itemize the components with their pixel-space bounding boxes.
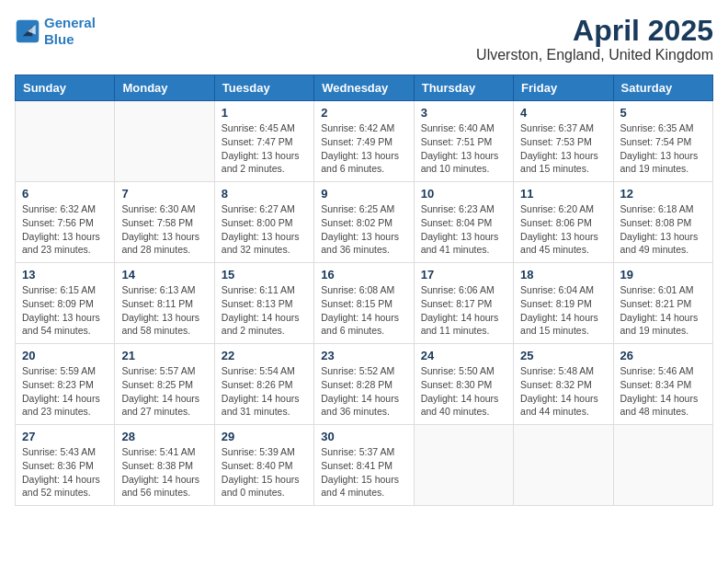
page-header: General Blue April 2025 Ulverston, Engla…	[15, 15, 713, 63]
day-number: 4	[520, 106, 606, 120]
day-number: 10	[421, 187, 506, 201]
day-number: 12	[620, 187, 706, 201]
day-number: 19	[620, 268, 706, 282]
day-info: Sunrise: 6:30 AM Sunset: 7:58 PM Dayligh…	[121, 202, 207, 257]
day-info: Sunrise: 5:41 AM Sunset: 8:38 PM Dayligh…	[121, 445, 207, 500]
day-info: Sunrise: 6:13 AM Sunset: 8:11 PM Dayligh…	[121, 283, 207, 338]
day-info: Sunrise: 6:45 AM Sunset: 7:47 PM Dayligh…	[222, 121, 307, 176]
day-info: Sunrise: 6:08 AM Sunset: 8:15 PM Dayligh…	[321, 283, 406, 338]
day-info: Sunrise: 6:11 AM Sunset: 8:13 PM Dayligh…	[222, 283, 307, 338]
day-number: 25	[520, 349, 606, 362]
day-number: 18	[520, 268, 606, 282]
week-row-2: 6Sunrise: 6:32 AM Sunset: 7:56 PM Daylig…	[16, 182, 713, 263]
calendar-cell: 6Sunrise: 6:32 AM Sunset: 7:56 PM Daylig…	[16, 182, 115, 263]
day-number: 9	[321, 187, 406, 201]
day-info: Sunrise: 6:18 AM Sunset: 8:08 PM Dayligh…	[620, 202, 706, 257]
day-info: Sunrise: 5:52 AM Sunset: 8:28 PM Dayligh…	[321, 364, 406, 419]
col-sunday: Sunday	[16, 75, 115, 101]
day-info: Sunrise: 6:32 AM Sunset: 7:56 PM Dayligh…	[22, 202, 108, 257]
calendar-cell: 9Sunrise: 6:25 AM Sunset: 8:02 PM Daylig…	[314, 182, 414, 263]
day-info: Sunrise: 5:59 AM Sunset: 8:23 PM Dayligh…	[22, 364, 108, 419]
calendar-cell	[16, 101, 115, 182]
day-info: Sunrise: 5:54 AM Sunset: 8:26 PM Dayligh…	[222, 364, 307, 419]
calendar-cell: 1Sunrise: 6:45 AM Sunset: 7:47 PM Daylig…	[214, 101, 313, 182]
calendar-header-row: Sunday Monday Tuesday Wednesday Thursday…	[16, 75, 713, 101]
logo-line1: General	[44, 15, 96, 30]
day-info: Sunrise: 6:04 AM Sunset: 8:19 PM Dayligh…	[520, 283, 606, 338]
day-number: 30	[321, 430, 406, 443]
day-number: 17	[421, 268, 506, 282]
day-number: 26	[620, 349, 706, 362]
day-info: Sunrise: 6:01 AM Sunset: 8:21 PM Dayligh…	[620, 283, 706, 338]
calendar-table: Sunday Monday Tuesday Wednesday Thursday…	[15, 75, 713, 506]
calendar-cell: 28Sunrise: 5:41 AM Sunset: 8:38 PM Dayli…	[115, 425, 214, 506]
logo-icon	[15, 18, 40, 44]
calendar-cell: 5Sunrise: 6:35 AM Sunset: 7:54 PM Daylig…	[613, 101, 712, 182]
day-info: Sunrise: 6:42 AM Sunset: 7:49 PM Dayligh…	[321, 121, 406, 176]
title-block: April 2025 Ulverston, England, United Ki…	[476, 15, 713, 63]
day-info: Sunrise: 6:35 AM Sunset: 7:54 PM Dayligh…	[620, 121, 706, 176]
calendar-cell	[115, 101, 214, 182]
day-info: Sunrise: 5:37 AM Sunset: 8:41 PM Dayligh…	[321, 445, 406, 500]
day-info: Sunrise: 6:27 AM Sunset: 8:00 PM Dayligh…	[222, 202, 307, 257]
calendar-cell: 2Sunrise: 6:42 AM Sunset: 7:49 PM Daylig…	[314, 101, 414, 182]
calendar-cell: 23Sunrise: 5:52 AM Sunset: 8:28 PM Dayli…	[314, 344, 414, 425]
logo-line2: Blue	[44, 31, 74, 47]
calendar-cell: 10Sunrise: 6:23 AM Sunset: 8:04 PM Dayli…	[414, 182, 513, 263]
day-info: Sunrise: 5:43 AM Sunset: 8:36 PM Dayligh…	[22, 445, 108, 500]
calendar-cell: 29Sunrise: 5:39 AM Sunset: 8:40 PM Dayli…	[214, 425, 313, 506]
calendar-cell: 19Sunrise: 6:01 AM Sunset: 8:21 PM Dayli…	[613, 263, 712, 344]
day-number: 3	[421, 106, 506, 120]
col-wednesday: Wednesday	[314, 75, 414, 101]
month-year-title: April 2025	[476, 15, 713, 47]
calendar-cell: 21Sunrise: 5:57 AM Sunset: 8:25 PM Dayli…	[115, 344, 214, 425]
week-row-4: 20Sunrise: 5:59 AM Sunset: 8:23 PM Dayli…	[16, 344, 713, 425]
calendar-cell: 24Sunrise: 5:50 AM Sunset: 8:30 PM Dayli…	[414, 344, 513, 425]
day-number: 5	[620, 106, 706, 120]
location-subtitle: Ulverston, England, United Kingdom	[476, 47, 713, 63]
day-info: Sunrise: 5:46 AM Sunset: 8:34 PM Dayligh…	[620, 364, 706, 419]
day-number: 13	[22, 268, 108, 282]
calendar-cell: 4Sunrise: 6:37 AM Sunset: 7:53 PM Daylig…	[514, 101, 613, 182]
week-row-5: 27Sunrise: 5:43 AM Sunset: 8:36 PM Dayli…	[16, 425, 713, 506]
calendar-cell	[414, 425, 513, 506]
calendar-cell: 15Sunrise: 6:11 AM Sunset: 8:13 PM Dayli…	[214, 263, 313, 344]
day-info: Sunrise: 6:20 AM Sunset: 8:06 PM Dayligh…	[520, 202, 606, 257]
day-info: Sunrise: 6:06 AM Sunset: 8:17 PM Dayligh…	[421, 283, 506, 338]
day-info: Sunrise: 6:37 AM Sunset: 7:53 PM Dayligh…	[520, 121, 606, 176]
day-number: 21	[121, 349, 207, 362]
col-friday: Friday	[514, 75, 613, 101]
day-number: 1	[222, 106, 307, 120]
calendar-cell: 27Sunrise: 5:43 AM Sunset: 8:36 PM Dayli…	[16, 425, 115, 506]
day-number: 24	[421, 349, 506, 362]
col-tuesday: Tuesday	[214, 75, 313, 101]
day-info: Sunrise: 5:50 AM Sunset: 8:30 PM Dayligh…	[421, 364, 506, 419]
calendar-cell: 8Sunrise: 6:27 AM Sunset: 8:00 PM Daylig…	[214, 182, 313, 263]
day-number: 6	[22, 187, 108, 201]
day-number: 15	[222, 268, 307, 282]
col-monday: Monday	[115, 75, 214, 101]
calendar-cell: 11Sunrise: 6:20 AM Sunset: 8:06 PM Dayli…	[514, 182, 613, 263]
day-number: 23	[321, 349, 406, 362]
day-number: 28	[121, 430, 207, 443]
logo-text: General Blue	[44, 15, 96, 48]
calendar-cell	[613, 425, 712, 506]
week-row-1: 1Sunrise: 6:45 AM Sunset: 7:47 PM Daylig…	[16, 101, 713, 182]
calendar-cell: 18Sunrise: 6:04 AM Sunset: 8:19 PM Dayli…	[514, 263, 613, 344]
calendar-cell: 25Sunrise: 5:48 AM Sunset: 8:32 PM Dayli…	[514, 344, 613, 425]
calendar-cell: 12Sunrise: 6:18 AM Sunset: 8:08 PM Dayli…	[613, 182, 712, 263]
logo: General Blue	[15, 15, 96, 48]
calendar-cell: 30Sunrise: 5:37 AM Sunset: 8:41 PM Dayli…	[314, 425, 414, 506]
calendar-cell: 14Sunrise: 6:13 AM Sunset: 8:11 PM Dayli…	[115, 263, 214, 344]
calendar-cell	[514, 425, 613, 506]
day-number: 29	[222, 430, 307, 443]
col-saturday: Saturday	[613, 75, 712, 101]
calendar-cell: 20Sunrise: 5:59 AM Sunset: 8:23 PM Dayli…	[16, 344, 115, 425]
day-info: Sunrise: 6:23 AM Sunset: 8:04 PM Dayligh…	[421, 202, 506, 257]
day-number: 8	[222, 187, 307, 201]
day-number: 27	[22, 430, 108, 443]
calendar-cell: 17Sunrise: 6:06 AM Sunset: 8:17 PM Dayli…	[414, 263, 513, 344]
day-info: Sunrise: 6:25 AM Sunset: 8:02 PM Dayligh…	[321, 202, 406, 257]
day-number: 14	[121, 268, 207, 282]
calendar-cell: 7Sunrise: 6:30 AM Sunset: 7:58 PM Daylig…	[115, 182, 214, 263]
